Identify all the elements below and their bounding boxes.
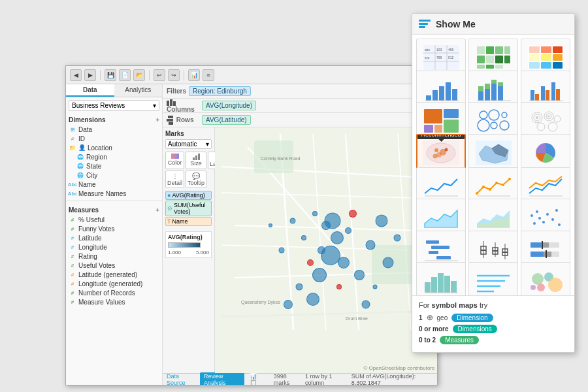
svg-rect-146 — [425, 282, 431, 293]
svg-rect-70 — [535, 94, 539, 101]
dim-id[interactable]: # ID — [69, 134, 159, 143]
undo-btn[interactable]: ↩ — [154, 69, 165, 81]
svg-point-82 — [489, 110, 499, 120]
marks-type-chevron: ▾ — [206, 140, 209, 148]
footer-num-1: 1 — [419, 314, 423, 321]
save-btn[interactable]: 💾 — [105, 69, 116, 81]
dim-data[interactable]: ⊞ Data — [69, 125, 159, 134]
map-dot-10 — [354, 270, 365, 280]
map-dot-5 — [325, 212, 341, 229]
svg-rect-53 — [553, 62, 563, 69]
measure-latitude[interactable]: # Latitude — [69, 233, 159, 242]
svg-text:Comely Bank Road: Comely Bank Road — [261, 156, 300, 161]
color-btn[interactable]: Color — [165, 152, 184, 169]
svg-point-106 — [476, 192, 478, 195]
dimensions-header: Dimensions + — [66, 114, 162, 125]
show-me-header: Show Me — [412, 14, 574, 35]
marks-type-selector[interactable]: Automatic ▾ — [165, 139, 212, 149]
viz-row: Marks Automatic ▾ Color — [163, 127, 437, 373]
svg-rect-63 — [485, 84, 490, 89]
svg-rect-127 — [436, 256, 451, 259]
svg-line-12 — [398, 134, 411, 330]
svg-rect-125 — [431, 246, 449, 249]
measure-pct-useful[interactable]: # % Useful — [69, 215, 159, 224]
redo-btn[interactable]: ↪ — [168, 69, 180, 81]
column-pill-longitude[interactable]: AVG(Longitude) — [202, 101, 256, 110]
map-area[interactable]: Comely Bank Road Queensferry Dykes Drum … — [215, 127, 437, 373]
color-dot-icon: ● — [167, 192, 171, 199]
back-btn[interactable]: ◀ — [70, 69, 82, 81]
size-dot-icon: ⊙ — [167, 205, 172, 212]
map-dot-17 — [279, 248, 285, 253]
svg-point-111 — [508, 178, 511, 180]
marks-field-useful[interactable]: ⊙ SUM(Useful Votes) — [165, 201, 212, 216]
filter-region[interactable]: Region: Edinburgh — [189, 86, 251, 96]
svg-point-109 — [495, 182, 498, 184]
measure-values[interactable]: # Measure Values — [69, 297, 159, 306]
label-dot-icon: T — [167, 218, 171, 225]
svg-point-84 — [478, 120, 489, 131]
row-pill-latitude[interactable]: AVG(Latitude) — [202, 115, 251, 125]
chart-type-btn[interactable]: 📊 — [188, 69, 200, 81]
measure-num-records[interactable]: # Number of Records — [69, 288, 159, 297]
status-icons: 📊 📋 — [250, 373, 263, 385]
show-me-icon-line-2 — [419, 23, 428, 25]
dim-measure-names[interactable]: Abc Measure Names — [69, 189, 159, 198]
marks-fields: ● AVG(Rating) ⊙ SUM(Useful Votes) T Name — [165, 191, 212, 226]
dim-region[interactable]: 🌐 Region — [69, 152, 159, 161]
chart-pie[interactable] — [521, 134, 570, 172]
footer-row-1: 1 ⊕ geo Dimension — [419, 313, 568, 322]
svg-rect-126 — [429, 251, 438, 254]
tooltip-btn[interactable]: 💬 Tooltip — [186, 171, 206, 188]
measure-useful-votes[interactable]: # Useful Votes — [69, 261, 159, 270]
tab-data[interactable]: Data — [66, 84, 114, 97]
measure-lon-gen[interactable]: # Longitude (generated) — [69, 279, 159, 288]
add-dimension-icon[interactable]: + — [155, 116, 159, 123]
status-data-source[interactable]: Data Source — [167, 373, 195, 385]
svg-rect-48 — [529, 54, 540, 61]
toolbar-sep-2 — [149, 70, 150, 80]
show-me-footer-title: For symbol maps try — [419, 301, 568, 309]
marks-field-name[interactable]: T Name — [165, 217, 212, 226]
marks-panel: Marks Automatic ▾ Color — [163, 127, 215, 373]
dim-city[interactable]: 🌐 City — [69, 171, 159, 180]
data-source-selector[interactable]: Business Reviews ▾ — [69, 100, 159, 111]
svg-text:abc: abc — [425, 48, 431, 52]
add-measure-icon[interactable]: + — [155, 206, 159, 214]
dim-name[interactable]: Abc Name — [69, 180, 159, 189]
dim-state[interactable]: 🌐 State — [69, 161, 159, 171]
svg-text:Queensferry Dykes: Queensferry Dykes — [241, 300, 280, 305]
new-btn[interactable]: 📄 — [119, 69, 131, 81]
measure-funny-votes[interactable]: # Funny Votes — [69, 224, 159, 233]
sidebar-tabs: Data Analytics — [66, 84, 162, 97]
chart-bubble[interactable] — [521, 262, 570, 295]
tab-analytics[interactable]: Analytics — [114, 84, 163, 97]
forward-btn[interactable]: ▶ — [84, 69, 96, 81]
svg-rect-76 — [424, 109, 442, 123]
svg-rect-60 — [478, 91, 483, 101]
detail-btn[interactable]: ⋮ Detail — [165, 171, 184, 188]
chart-histogram[interactable] — [416, 262, 466, 295]
svg-rect-67 — [498, 82, 503, 86]
svg-rect-0 — [167, 101, 169, 106]
show-me-btn[interactable]: ≡ — [203, 69, 214, 81]
measure-icon-8: # — [69, 280, 76, 287]
map-dot-red-2 — [307, 259, 314, 266]
open-btn[interactable]: 📂 — [133, 69, 145, 81]
chart-symbol-map[interactable]: Recommended — [416, 134, 466, 172]
marks-field-rating[interactable]: ● AVG(Rating) — [165, 191, 212, 200]
measure-rating[interactable]: # Rating — [69, 252, 159, 261]
measure-lat-gen[interactable]: # Latitude (generated) — [69, 270, 159, 279]
size-btn[interactable]: Size — [186, 152, 206, 169]
measures-list: # % Useful # Funny Votes # Latitude # Lo… — [66, 215, 162, 306]
measure-icon-2: # — [69, 225, 76, 233]
svg-rect-71 — [541, 86, 545, 101]
svg-point-81 — [480, 111, 487, 119]
measure-icon-10: # — [69, 298, 76, 306]
chart-multi-hist[interactable] — [468, 262, 518, 295]
dim-location[interactable]: 📁 👤 Location — [69, 143, 159, 152]
status-review-tab[interactable]: Review Analysis — [200, 372, 244, 385]
chart-filled-map[interactable] — [468, 134, 518, 172]
measure-longitude[interactable]: # Longitude — [69, 242, 159, 252]
svg-point-117 — [542, 221, 545, 223]
